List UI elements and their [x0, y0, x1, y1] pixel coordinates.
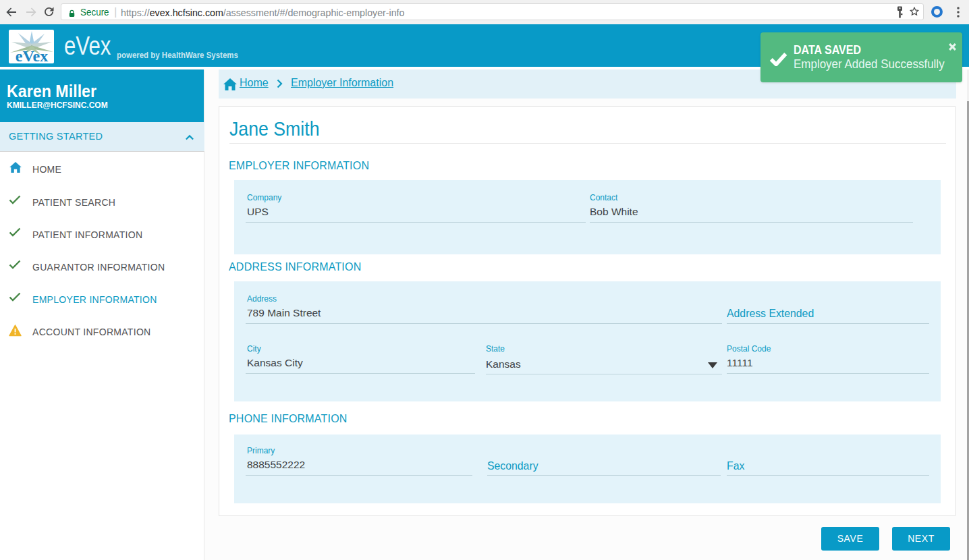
svg-text:eVex: eVex: [16, 47, 48, 63]
